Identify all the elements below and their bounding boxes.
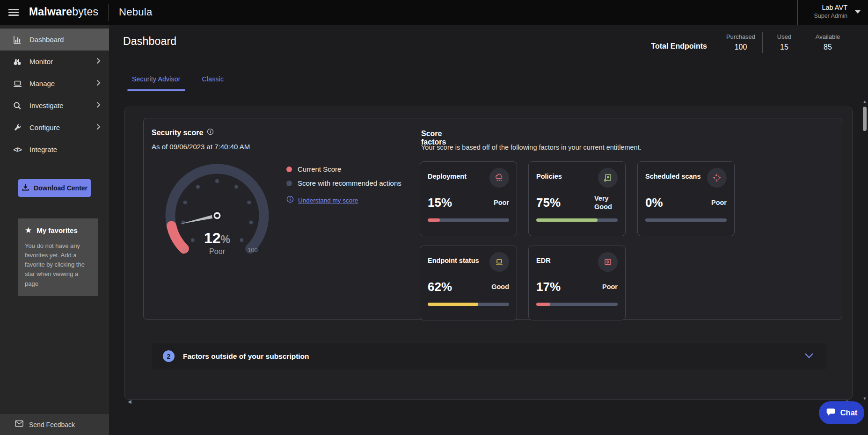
chevron-down-icon[interactable] [804,352,814,361]
sidebar-item-manage[interactable]: Manage [0,72,109,94]
tab-label: Security Advisor [132,75,181,83]
top-bar: Malwarebytes Nebula Lab AVT Super Admin [0,0,868,25]
star-icon: ★ [25,225,32,235]
sidebar-item-label: Manage [29,80,55,87]
chat-bubble-icon [826,407,836,418]
factor-card-policies: Policies 75% Very Good [528,161,626,236]
stat-value: 100 [719,42,762,53]
factor-card-endpoint-status: Endpoint status 62% Good [420,246,517,320]
legend-dot-current [286,167,292,172]
legend-recommended-score: Score with recommended actions [286,179,401,187]
scan-target-icon [707,168,727,188]
factor-progress-track [536,218,618,222]
sidebar-nav: Dashboard Monitor Manage Investiga [0,25,109,160]
scroll-down-arrow[interactable]: ▼ [862,396,868,401]
user-menu[interactable]: Lab AVT Super Admin [814,3,847,20]
search-icon [12,101,22,111]
gauge-legend: Current Score Score with recommended act… [286,165,401,205]
sidebar-item-configure[interactable]: Configure [0,116,109,138]
download-center-button[interactable]: Download Center [18,179,91,197]
sidebar: Dashboard Monitor Manage Investiga [0,25,109,435]
sidebar-item-label: Integrate [29,145,57,153]
download-center-label: Download Center [34,184,88,192]
gauge-status-label: Poor [149,247,285,256]
gauge-percent-sign: % [221,233,230,246]
score-as-of-date: As of 09/06/2023 at 7:40:40 AM [152,143,250,151]
info-icon[interactable] [207,128,214,137]
gauge-value: 12% [149,230,285,247]
factor-progress-fill [536,303,550,306]
count-badge: 2 [163,350,175,362]
legend-label: Current Score [298,165,341,173]
bar-chart-icon [12,35,22,45]
sidebar-item-label: Configure [29,123,60,131]
sidebar-item-label: Dashboard [29,36,64,44]
factor-percent: 15% [428,196,452,210]
chevron-right-icon [96,123,101,132]
factor-percent: 17% [536,280,561,294]
security-score-gauge: 12% Poor 0 100 [149,155,285,267]
sidebar-item-label: Monitor [29,58,53,65]
main-content: Dashboard Total Endpoints Purchased 100 … [109,25,868,435]
factors-outside-label: Factors outside of your subscription [183,352,309,361]
legend-label: Score with recommended actions [298,179,401,187]
vertical-scrollbar[interactable]: ▲ ▼ [862,99,868,401]
security-advisor-panel: Security score As of 09/06/2023 at 7:40:… [124,107,853,400]
scroll-up-arrow[interactable]: ▲ [862,99,868,104]
factor-card-edr: EDR 17% Poor [528,246,626,320]
factors-outside-subscription-bar[interactable]: 2 Factors outside of your subscription [152,343,827,370]
send-feedback-button[interactable]: Send Feedback [0,414,109,435]
factor-status: Very Good [594,194,618,211]
stat-used: Used 15 [763,32,806,53]
factor-progress-fill [428,303,478,306]
factor-name: Endpoint status [428,257,479,264]
factor-progress-track [536,303,618,306]
code-icon: </> [12,145,22,155]
sidebar-item-integrate[interactable]: </> Integrate [0,138,109,160]
info-circle-icon [286,196,294,205]
sidebar-item-investigate[interactable]: Investigate [0,94,109,116]
user-caret-down-icon[interactable] [855,10,861,14]
factor-card-deployment: Deployment 15% Poor [420,161,517,236]
factor-progress-track [428,303,509,306]
brand-bold: Malware [29,6,72,18]
malwarebytes-logo: Malwarebytes [29,6,98,18]
page-title: Dashboard [123,35,176,48]
factor-progress-track [428,218,509,222]
stat-purchased: Purchased 100 [719,32,762,53]
scroll-left-arrow[interactable]: ◀ [128,399,131,404]
chat-label: Chat [840,408,858,417]
factor-status: Poor [602,283,618,291]
active-tab-underline [127,89,185,91]
dashboard-tabbar: Security Advisor Classic [123,71,854,90]
gauge-max-label: 100 [245,246,261,254]
understand-link-label: Understand my score [298,197,358,204]
sidebar-item-dashboard[interactable]: Dashboard [0,29,109,51]
hamburger-menu-icon[interactable] [8,7,19,17]
sidebar-item-label: Investigate [29,102,64,109]
send-feedback-label: Send Feedback [29,421,75,428]
tab-security-advisor[interactable]: Security Advisor [131,71,182,90]
stat-value: 85 [806,42,849,53]
sidebar-item-monitor[interactable]: Monitor [0,51,109,72]
edr-icon [598,252,618,272]
download-icon [22,183,29,193]
factor-percent: 0% [645,196,663,210]
score-factors-subtitle: Your score is based off of the following… [421,144,795,151]
wrench-icon [12,123,22,133]
legend-current-score: Current Score [286,165,401,173]
factor-progress-fill [536,218,598,222]
factor-status: Good [491,283,509,291]
envelope-icon [15,420,23,429]
chevron-right-icon [96,58,101,66]
total-endpoints-summary: Total Endpoints Purchased 100 Used 15 Av… [651,32,849,53]
chat-button[interactable]: Chat [819,401,864,424]
chevron-right-icon [96,80,101,88]
factor-percent: 62% [428,280,452,294]
scrollbar-thumb[interactable] [863,107,867,131]
understand-my-score-link[interactable]: Understand my score [286,196,401,205]
factor-name: Policies [536,173,562,180]
tab-classic[interactable]: Classic [201,71,225,90]
tab-label: Classic [202,75,224,83]
stat-label: Available [806,32,849,42]
